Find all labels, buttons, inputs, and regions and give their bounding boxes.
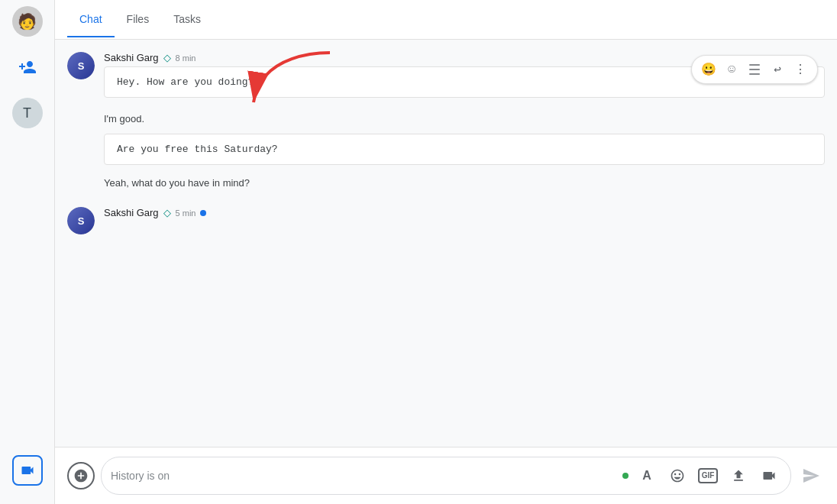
more-options-button[interactable]: ⋮ — [790, 59, 811, 80]
emoji-picker-button[interactable] — [665, 464, 690, 488]
emoji-react-button[interactable]: 😀 — [698, 59, 719, 80]
sidebar: 🧑 T — [0, 0, 55, 504]
unread-indicator — [200, 210, 206, 216]
message-group-3: Are you free this Saturday? — [55, 131, 837, 171]
emoji-react-button-2[interactable]: ☺ — [721, 59, 742, 80]
google-chat-badge-5: ◇ — [163, 207, 171, 218]
reply-button[interactable]: ↩ — [767, 59, 788, 80]
add-people-button[interactable] — [9, 49, 46, 86]
hover-actions-bar: 😀 ☺ ↩ ⋮ — [691, 55, 818, 84]
avatar-initials-1: S — [67, 52, 95, 79]
history-on-indicator — [622, 473, 629, 479]
tab-files[interactable]: Files — [115, 2, 162, 37]
message-content-1: Sakshi Garg ◇ 8 min 😀 ☺ ↩ — [104, 52, 825, 101]
gif-icon-label: GIF — [698, 468, 719, 483]
message-time-5: 5 min — [176, 208, 196, 218]
format-button[interactable] — [744, 59, 765, 80]
message-content-5: Sakshi Garg ◇ 5 min — [104, 207, 825, 221]
input-bar: History is on A GIF — [55, 447, 837, 504]
add-attachment-button[interactable] — [67, 462, 95, 489]
start-video-button[interactable] — [12, 455, 43, 486]
sender-avatar-1: S — [67, 52, 95, 79]
message-plain-2: I'm good. — [55, 107, 837, 131]
message-bubble-3: Are you free this Saturday? — [104, 134, 825, 165]
message-plain-4: Yeah, what do you have in mind? — [55, 171, 837, 195]
message-time-1: 8 min — [176, 53, 196, 63]
messages-area[interactable]: S Sakshi Garg ◇ 8 min 😀 ☺ — [55, 40, 837, 447]
message-text-1: Hey. How are you doing? — [117, 76, 254, 88]
message-text-3: Are you free this Saturday? — [117, 144, 278, 155]
chat-container: Chat Files Tasks S — [55, 0, 837, 504]
sender-name-5: Sakshi Garg — [104, 207, 159, 218]
contact-avatar-t[interactable]: T — [12, 98, 43, 128]
tabs-header: Chat Files Tasks — [55, 0, 837, 40]
sender-avatar-5: S — [67, 207, 95, 234]
message-header-5: Sakshi Garg ◇ 5 min — [104, 207, 825, 218]
profile-avatar[interactable]: 🧑 — [12, 6, 43, 37]
message-bubble-1: 😀 ☺ ↩ ⋮ Hey. How are you doing? — [104, 66, 825, 98]
message-input-placeholder[interactable]: History is on — [111, 470, 616, 482]
sidebar-bottom — [12, 455, 43, 498]
text-format-button[interactable]: A — [635, 464, 659, 488]
video-meet-button[interactable] — [757, 464, 781, 488]
google-chat-badge-1: ◇ — [163, 52, 171, 63]
tab-tasks[interactable]: Tasks — [161, 2, 213, 37]
message-text-4: Yeah, what do you have in mind? — [104, 177, 250, 189]
sender-name-1: Sakshi Garg — [104, 52, 159, 63]
message-text-2: I'm good. — [104, 113, 144, 124]
gif-button[interactable]: GIF — [696, 464, 720, 488]
message-group-5: S Sakshi Garg ◇ 5 min — [55, 198, 837, 241]
tab-chat[interactable]: Chat — [67, 2, 115, 37]
message-group-1: S Sakshi Garg ◇ 8 min 😀 ☺ — [55, 46, 837, 107]
upload-button[interactable] — [726, 464, 751, 488]
send-button[interactable] — [797, 462, 825, 489]
message-input-wrapper: History is on A GIF — [101, 457, 791, 495]
avatar-initials-5: S — [67, 207, 95, 234]
